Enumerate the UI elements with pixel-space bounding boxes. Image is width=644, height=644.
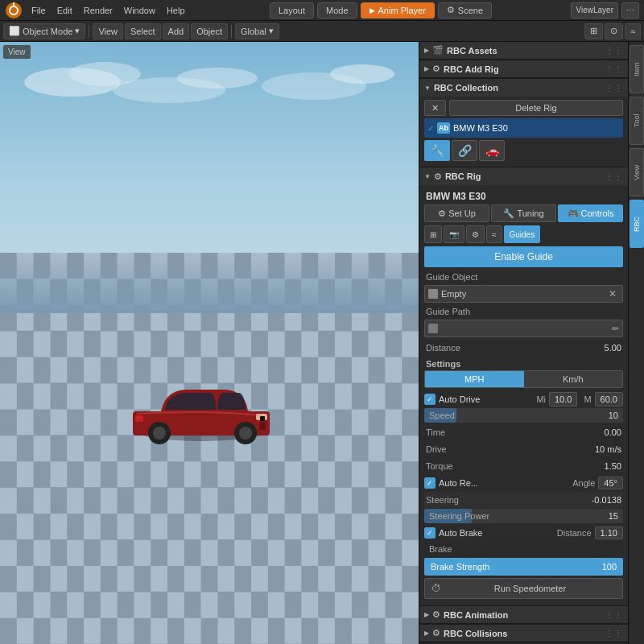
m-value[interactable]: 60.0: [595, 392, 623, 407]
vtab-view[interactable]: View: [630, 148, 644, 196]
subtab-settings[interactable]: ⚙: [466, 225, 485, 243]
vtab-item[interactable]: Item: [630, 45, 644, 93]
toggle-kmh[interactable]: Km/h: [524, 371, 623, 387]
snap-btn[interactable]: ⊞: [584, 23, 603, 39]
path-icon: [428, 324, 438, 333]
object-mode-btn[interactable]: ⬜ Object Mode ▾: [3, 23, 85, 39]
time-value[interactable]: 0.00: [589, 427, 621, 437]
guide-object-row[interactable]: Empty ✕: [424, 285, 623, 303]
distance-value[interactable]: 5.00: [589, 343, 621, 353]
close-rig-btn[interactable]: ✕: [424, 100, 446, 116]
svg-rect-22: [259, 422, 266, 430]
anim-icon: ▶: [369, 6, 375, 14]
brake-strength-value: 100: [602, 562, 617, 572]
autobrake-label: Auto Brake: [439, 528, 482, 538]
tab-scene[interactable]: ⚙ Scene: [438, 2, 492, 19]
subtab-waves[interactable]: ≈: [486, 225, 502, 243]
icon-car[interactable]: 🚗: [479, 140, 505, 161]
guide-object-clear[interactable]: ✕: [606, 287, 619, 300]
proportional-btn[interactable]: ⊙: [605, 23, 623, 39]
global-btn[interactable]: Global ▾: [235, 23, 279, 39]
viewport-menu-view[interactable]: View: [3, 45, 31, 59]
extra-btn1[interactable]: ⋯: [621, 2, 639, 19]
mi-value[interactable]: 10.0: [549, 392, 577, 407]
animation-icon: ⚙: [432, 609, 440, 620]
autobrake-checkbox[interactable]: ✓: [424, 527, 436, 539]
viewport[interactable]: View: [0, 42, 419, 644]
rbc-collection-header[interactable]: ▼ RBC Collection ⋮⋮: [419, 79, 628, 97]
speed-unit-toggle: MPH Km/h: [424, 370, 623, 388]
collisions-triangle: ▶: [424, 630, 429, 637]
anim-label: Anim Player: [378, 6, 426, 15]
object-btn[interactable]: Object: [191, 23, 228, 39]
add-btn[interactable]: Add: [163, 23, 190, 39]
extras-btn[interactable]: ≈: [625, 23, 641, 39]
menu-render[interactable]: Render: [78, 0, 118, 21]
main-toolbar: ⬜ Object Mode ▾ View Select Add Object G…: [0, 21, 644, 42]
tab-controls[interactable]: 🎮 Controls: [558, 204, 623, 222]
time-label: Time: [426, 427, 589, 437]
global-label: Global: [241, 27, 266, 36]
guide-path-row[interactable]: ✏: [424, 320, 623, 337]
viewlayer-btn[interactable]: ViewLayer: [571, 2, 618, 19]
rbc-collisions-header[interactable]: ▶ ⚙ RBC Collisions ⋮⋮: [419, 625, 628, 642]
enable-guide-btn[interactable]: Enable Guide: [424, 246, 623, 267]
dist-value[interactable]: 1.10: [595, 526, 623, 539]
pencil-icon[interactable]: ✏: [612, 324, 619, 334]
distance-label: Distance: [426, 343, 589, 353]
menu-help[interactable]: Help: [161, 0, 191, 21]
icon-wrench[interactable]: 🔧: [424, 140, 450, 161]
view-btn[interactable]: View: [93, 23, 123, 39]
delete-rig-btn[interactable]: Delete Rig: [449, 100, 623, 116]
steering-row: Steering -0.0138: [424, 492, 623, 508]
rbc-animation-header[interactable]: ▶ ⚙ RBC Animation ⋮⋮: [419, 606, 628, 624]
subtab-camera[interactable]: 📷: [444, 225, 464, 243]
vtab-tool[interactable]: Tool: [630, 97, 644, 145]
tab-layout[interactable]: Layout: [270, 2, 314, 19]
brake-strength-bar[interactable]: Brake Strength 100: [424, 558, 623, 576]
svg-point-8: [330, 64, 394, 84]
angle-value[interactable]: 45°: [598, 477, 623, 489]
animation-triangle: ▶: [424, 611, 429, 618]
car-ab-icon: Ab: [437, 122, 450, 134]
menu-file[interactable]: File: [26, 0, 52, 21]
drive-label: Drive: [426, 444, 589, 454]
blender-logo-icon: [5, 2, 23, 19]
angle-label: Angle: [572, 478, 595, 488]
select-btn[interactable]: Select: [125, 23, 161, 39]
run-speedometer-label: Run Speedometer: [444, 584, 616, 593]
menu-left: File Edit Render Window Help: [0, 0, 191, 21]
menu-window[interactable]: Window: [118, 0, 161, 21]
menu-edit[interactable]: Edit: [52, 0, 78, 21]
tab-mode[interactable]: Mode: [317, 2, 357, 19]
autore-checkbox[interactable]: ✓: [424, 477, 436, 489]
rbc-assets-header[interactable]: ▶ 🎬 RBC Assets ⋮⋮: [419, 42, 628, 60]
tab-anim-player[interactable]: ▶ Anim Player: [361, 2, 435, 19]
auto-drive-label: Auto Drive: [439, 394, 480, 404]
guide-object-value: Empty: [441, 289, 466, 299]
assets-triangle: ▶: [424, 47, 429, 54]
run-speedometer-row[interactable]: ⏱ Run Speedometer: [424, 578, 623, 599]
drive-value[interactable]: 10 m/s: [589, 444, 621, 454]
scene-icon: ⚙: [447, 5, 455, 15]
distance-row: Distance 5.00: [424, 340, 623, 356]
steering-power-bar[interactable]: Steering Power 15: [424, 509, 623, 523]
torque-value[interactable]: 1.50: [589, 461, 621, 471]
subtab-grid[interactable]: ⊞: [424, 225, 442, 243]
torque-row: Torque 1.50: [424, 458, 623, 474]
rbc-addrig-header[interactable]: ▶ ⚙ RBC Add Rig ⋮⋮: [419, 60, 628, 78]
auto-drive-checkbox[interactable]: ✓: [424, 394, 436, 405]
subtab-guides[interactable]: Guides: [504, 225, 541, 243]
rbc-rig-header[interactable]: ▼ ⚙ RBC Rig ⋮⋮: [419, 167, 628, 185]
vtab-rbc[interactable]: RBC: [630, 200, 644, 248]
icon-link[interactable]: 🔗: [452, 140, 477, 161]
toggle-mph[interactable]: MPH: [425, 371, 524, 387]
tab-setup[interactable]: ⚙ Set Up: [424, 204, 489, 222]
m-label: M: [584, 394, 591, 404]
rig-dots: ⋮⋮: [605, 172, 623, 181]
rig-main-tabs: ⚙ Set Up 🔧 Tuning 🎮 Controls: [424, 204, 623, 222]
speed-bar-row[interactable]: Speed 10: [424, 408, 623, 423]
car-entry[interactable]: ✓ Ab BMW M3 E30: [424, 118, 623, 138]
tab-tuning[interactable]: 🔧 Tuning: [491, 204, 556, 222]
steering-value[interactable]: -0.0138: [592, 495, 621, 505]
